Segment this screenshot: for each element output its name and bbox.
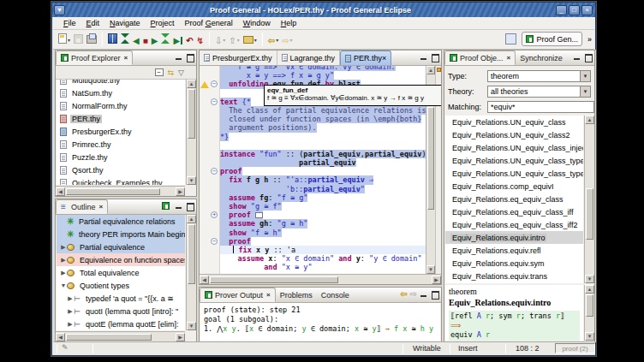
file-item-puzzle-thy[interactable]: Puzzle.thy (57, 151, 185, 163)
close-icon[interactable]: × (382, 54, 386, 62)
sync-with-editor-icon[interactable] (162, 202, 170, 210)
code-line[interactable]: assume x: "x ∈ domain" and y: "y ∈ domai… (220, 254, 426, 263)
outline-item-partial-equivalence[interactable]: ▶Partial equivalence (57, 240, 185, 253)
maximize-view-icon[interactable] (185, 53, 194, 62)
close-icon[interactable]: × (581, 5, 593, 15)
perspective-overflow-chevron[interactable]: » (587, 35, 592, 44)
collapse-fold-icon[interactable]: − (211, 80, 218, 87)
restart-prover-button[interactable]: ↯ (195, 32, 206, 48)
warning-icon[interactable] (200, 81, 209, 88)
chevron-down-icon[interactable]: ▼ (580, 71, 590, 81)
expand-arrow-icon[interactable]: ▶ (67, 321, 74, 328)
collapse-fold-icon[interactable]: − (211, 238, 218, 245)
minimize-view-icon[interactable] (572, 53, 581, 62)
collapse-fold-icon[interactable]: − (211, 98, 218, 105)
maximize-editor-icon[interactable] (430, 53, 439, 62)
code-line[interactable]: show "f ≅ h" (220, 228, 426, 237)
menu-project[interactable]: Project (146, 18, 180, 28)
code-line[interactable]: proof (220, 211, 426, 219)
outline-item-equivalence-on-function-spaces[interactable]: ▶Equivalence on function spaces (57, 253, 185, 266)
explorer-vertical-scrollbar[interactable]: ▲ ▼ (186, 80, 196, 185)
detail-scrollbar[interactable]: ▲ ▼ (584, 285, 594, 341)
file-item-quickcheck-examples-thy[interactable]: Quickcheck_Examples.thy (57, 176, 185, 185)
theorem-list-item[interactable]: Equiv_Relations.UN_equiv_class_type (445, 154, 583, 167)
print-button[interactable] (85, 32, 98, 48)
code-line[interactable]: argument positions). (220, 123, 426, 132)
outline-vertical-scrollbar[interactable]: ▲ ▼ (186, 215, 196, 330)
theorem-list-item[interactable]: Equiv_Relations.UN_equiv_class_injec (445, 141, 583, 154)
code-line[interactable]: partial_equiv (220, 158, 426, 167)
explorer-horizontal-scrollbar[interactable]: ◀ ▶ (56, 186, 185, 196)
process-to-end-button[interactable]: ▶ (171, 32, 184, 48)
tab-proof-obje[interactable]: Proof Obje...× (444, 50, 516, 65)
theorem-list-item[interactable]: Equiv_Relations.UN_equiv_class_type (445, 167, 583, 180)
expand-arrow-icon[interactable]: ▶ (60, 270, 67, 276)
expand-arrow-icon[interactable]: ▶ (67, 308, 74, 315)
next-message-icon[interactable]: ⇨ (410, 290, 417, 299)
new-wizard-button[interactable]: ▾ (57, 32, 72, 48)
maximize-view-icon[interactable] (583, 53, 593, 62)
back-button[interactable]: ⇦▾ (266, 32, 280, 48)
view-menu-icon[interactable]: ▽ (178, 68, 184, 77)
editor-horizontal-scrollbar[interactable]: ◀ ▶ (200, 274, 441, 284)
theorem-list-item[interactable]: Equiv_Relations.equiv.trans (445, 270, 583, 282)
expand-arrow-icon[interactable]: ▶ (60, 257, 67, 264)
collapse-fold-icon[interactable]: − (211, 168, 218, 175)
outline-horizontal-scrollbar[interactable]: ◀ ▶ (56, 331, 185, 341)
theorem-list-item[interactable]: Equiv_Relations.equiv.intro (445, 231, 583, 244)
collapse-all-icon[interactable]: − (155, 68, 164, 76)
open-perspective-icon[interactable] (505, 33, 516, 45)
menu-proof-general[interactable]: Proof General (180, 18, 238, 28)
matching-input[interactable] (487, 101, 594, 113)
outline-item-quotient-types[interactable]: ▼Quotient types (57, 279, 185, 292)
code-line[interactable]: The class of partial equivalence relatio… (220, 106, 426, 115)
file-item-qsort-thy[interactable]: Qsort.thy (57, 163, 185, 176)
tab-console[interactable]: Console (317, 288, 354, 302)
type-combo[interactable]: theorem ▼ (487, 70, 591, 82)
theorem-list-item[interactable]: Equiv_Relations.UN_equiv_class2 (445, 128, 583, 141)
file-item-natsum-thy[interactable]: NatSum.thy (57, 86, 185, 99)
menu-edit[interactable]: Edit (81, 18, 105, 28)
theory-combo[interactable]: all theories ▼ (487, 86, 591, 98)
undo-step-button[interactable]: ◀ (131, 32, 141, 48)
outline-item-theory-per-imports-main-begin[interactable]: ✳theory PER imports Main begin (57, 228, 185, 240)
code-line[interactable] (220, 141, 426, 150)
theorem-list-item[interactable]: Equiv_Relations.equiv.refl (445, 244, 583, 257)
minimize-editor-icon[interactable] (419, 53, 428, 62)
next-step-button[interactable]: ▶ (150, 32, 160, 48)
fast-view-icon[interactable]: ✎ (62, 343, 69, 352)
code-line[interactable]: fix x y :: 'a (220, 246, 426, 254)
code-line[interactable]: proof (220, 167, 426, 175)
annotation-ruler[interactable]: −−−+− (200, 66, 220, 276)
next-annotation-button[interactable]: ⇩▾ (213, 32, 227, 48)
code-line[interactable]: *} (220, 133, 426, 141)
file-item-presburgerex-thy[interactable]: PresburgerEx.thy (57, 125, 185, 138)
tab-synchronize[interactable]: Synchronize (516, 50, 567, 65)
tab-proof-explorer[interactable]: Proof Explorer × (56, 50, 133, 65)
theorem-list-scrollbar[interactable]: ▲ ▼ (584, 116, 594, 283)
theorem-list-item[interactable]: Equiv_Relations.comp_equivI (445, 180, 583, 193)
code-line[interactable]: show "g ≅ f" (220, 202, 426, 211)
link-with-editor-icon[interactable]: ⇆ (168, 68, 175, 77)
editor-tab-per-thy[interactable]: PER.thy× (340, 50, 391, 65)
retract-script-button[interactable]: ↶ (184, 32, 194, 48)
theorem-list-item[interactable]: Equiv_Relations.equiv.sym (445, 257, 583, 270)
close-icon[interactable]: × (99, 203, 104, 211)
window-menu-icon[interactable]: ▾ (54, 5, 65, 15)
maximize-view-icon[interactable] (185, 202, 194, 211)
code-line[interactable]: proof (220, 237, 426, 246)
code-line[interactable]: closed under function spaces (in \emph{b… (220, 115, 426, 123)
maximize-view-icon[interactable] (430, 290, 439, 299)
code-line[interactable]: x ≅ y ==> f x ≅ g y" (220, 71, 426, 80)
minimize-icon[interactable]: _ (556, 5, 567, 15)
theorem-list-item[interactable]: Equiv_Relations.eq_equiv_class_iff (445, 205, 583, 218)
outline-item-total-equivalence[interactable]: ▶Total equivalence (57, 266, 185, 279)
code-line[interactable]: assume fg: "f ≅ g" (220, 193, 426, 202)
interrupt-button[interactable]: ■ (141, 32, 150, 48)
theorem-list-item[interactable]: Equiv_Relations.UN_equiv_class (445, 116, 583, 128)
file-item-per-thy[interactable]: PER.thy (57, 112, 185, 125)
editor-tab-lagrange-thy[interactable]: Lagrange.thy (277, 50, 341, 65)
outline-item-typedef-a-quot-x-a[interactable]: ▶⊢typedef 'a quot = "{{x. a ≅ (57, 292, 185, 305)
file-item-multiquote-thy[interactable]: Multiquote.thy (57, 80, 185, 86)
expand-arrow-icon[interactable]: ▶ (60, 244, 67, 251)
